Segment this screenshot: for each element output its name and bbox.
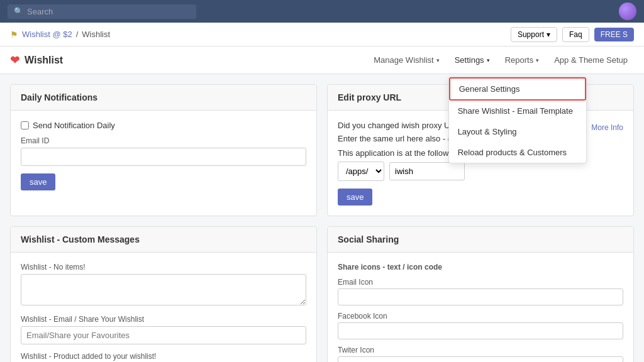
tag-icon: ⚑ — [10, 30, 18, 40]
facebook-icon-label: Facebook Icon — [338, 312, 623, 321]
nav-manage-wishlist[interactable]: Manage Wishlist ▾ — [367, 52, 445, 69]
no-items-label: Wishlist - No items! — [21, 263, 306, 272]
send-notification-checkbox[interactable] — [21, 121, 29, 129]
breadcrumb-separator: / — [76, 30, 79, 39]
email-id-input[interactable] — [21, 148, 306, 166]
daily-notifications-save-button[interactable]: save — [21, 173, 55, 190]
nav-reports-label: Reports — [505, 55, 534, 65]
proxy-save-button[interactable]: save — [338, 189, 372, 206]
avatar-area — [619, 3, 636, 20]
daily-notifications-card: Daily Notifications Send Notification Da… — [10, 84, 317, 216]
nav-app-theme-label: App & Theme Setup — [554, 55, 628, 65]
twitter-icon-input[interactable] — [338, 356, 623, 362]
faq-button[interactable]: Faq — [562, 27, 589, 42]
email-id-label: Email ID — [21, 136, 306, 145]
search-icon: 🔍 — [14, 7, 23, 16]
more-info-link[interactable]: More Info — [591, 121, 623, 132]
breadcrumb-store-link[interactable]: Wishlist @ $2 — [22, 30, 72, 39]
dropdown-general-settings[interactable]: General Settings — [449, 77, 586, 101]
nav-manage-wishlist-caret: ▾ — [436, 57, 440, 63]
nav-bar: ❤ Wishlist Manage Wishlist ▾ Settings ▾ … — [0, 47, 644, 74]
twitter-icon-row: Twiter Icon — [338, 346, 623, 362]
facebook-icon-input[interactable] — [338, 322, 623, 339]
url-value-input[interactable] — [389, 162, 465, 180]
custom-messages-header: Wishlist - Custom Messages — [11, 227, 316, 253]
breadcrumb-actions: Support ▾ Faq FREE S — [511, 27, 634, 42]
email-id-group: Email ID — [21, 136, 306, 166]
nav-settings-label: Settings — [455, 55, 484, 65]
nav-settings-caret: ▾ — [487, 57, 490, 63]
settings-dropdown-menu: General Settings Share Wishlist - Email … — [448, 77, 587, 163]
breadcrumb-bar: ⚑ Wishlist @ $2 / Wishlist Support ▾ Faq… — [0, 23, 644, 47]
heart-icon: ❤ — [10, 53, 19, 67]
avatar[interactable] — [619, 3, 636, 20]
facebook-icon-row: Facebook Icon — [338, 312, 623, 339]
nav-logo-text: Wishlist — [25, 55, 63, 66]
send-notification-row: Send Notification Daily — [21, 121, 306, 130]
nav-app-theme[interactable]: App & Theme Setup — [548, 52, 634, 69]
url-row: /apps/ — [338, 162, 623, 181]
nav-settings[interactable]: Settings ▾ — [448, 52, 496, 69]
product-added-label: Wishlist - Product added to your wishlis… — [21, 352, 306, 361]
email-share-group: Wishlist - Email / Share Your Wishlist — [21, 315, 306, 344]
nav-reports[interactable]: Reports ▾ — [499, 52, 546, 69]
top-bar: 🔍 — [0, 0, 644, 23]
dropdown-layout-styling[interactable]: Layout & Styling — [449, 121, 586, 142]
nav-manage-wishlist-label: Manage Wishlist — [374, 55, 433, 65]
dropdown-share-wishlist-email[interactable]: Share Wishlist - Email Template — [449, 101, 586, 121]
proxy-save-row: save — [338, 189, 623, 206]
daily-notifications-body: Send Notification Daily Email ID save — [11, 111, 316, 200]
search-box[interactable]: 🔍 — [8, 4, 196, 19]
support-button[interactable]: Support ▾ — [511, 27, 557, 42]
nav-reports-caret: ▾ — [536, 57, 539, 63]
breadcrumb: ⚑ Wishlist @ $2 / Wishlist — [10, 30, 110, 40]
free-button[interactable]: FREE S — [594, 28, 634, 41]
email-icon-input[interactable] — [338, 288, 623, 305]
no-items-textarea[interactable] — [21, 274, 306, 305]
social-sharing-header: Social Sharing — [328, 227, 633, 253]
custom-messages-body: Wishlist - No items! Wishlist - Email / … — [11, 253, 316, 362]
nav-logo: ❤ Wishlist — [10, 53, 63, 67]
email-share-label: Wishlist - Email / Share Your Wishlist — [21, 315, 306, 324]
send-notification-label: Send Notification Daily — [33, 121, 115, 130]
custom-messages-card: Wishlist - Custom Messages Wishlist - No… — [10, 226, 317, 362]
twitter-icon-label: Twiter Icon — [338, 346, 623, 354]
nav-links: Manage Wishlist ▾ Settings ▾ General Set… — [367, 52, 634, 69]
settings-dropdown-container: Settings ▾ General Settings Share Wishli… — [448, 52, 496, 69]
search-input[interactable] — [27, 7, 190, 16]
email-icon-label: Email Icon — [338, 278, 623, 287]
url-prefix-select[interactable]: /apps/ — [338, 162, 384, 181]
email-icon-row: Email Icon — [338, 278, 623, 305]
daily-notifications-header: Daily Notifications — [11, 85, 316, 111]
email-share-input[interactable] — [21, 326, 306, 344]
social-sharing-card: Social Sharing Share icons - text / icon… — [327, 226, 634, 362]
product-added-group: Wishlist - Product added to your wishlis… — [21, 352, 306, 362]
no-items-group: Wishlist - No items! — [21, 263, 306, 307]
caret-icon: ▾ — [547, 30, 550, 39]
breadcrumb-page: Wishlist — [82, 30, 110, 39]
social-sharing-body: Share icons - text / icon code Email Ico… — [328, 253, 633, 362]
dropdown-reload-products[interactable]: Reload products & Customers — [449, 142, 586, 163]
share-icons-label: Share icons - text / icon code — [338, 263, 623, 272]
